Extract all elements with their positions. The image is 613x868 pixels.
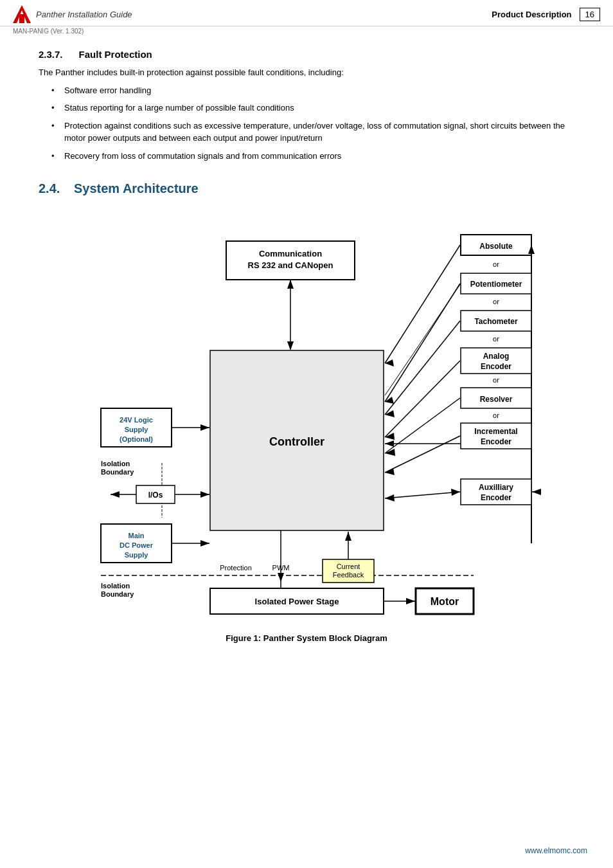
svg-marker-90: [451, 489, 460, 496]
fault-protection-list: Software error handling Status reporting…: [51, 84, 574, 163]
figure-caption: Figure 1: Panther System Block Diagram: [39, 633, 574, 643]
header: Panther Installation Guide Product Descr…: [0, 0, 613, 26]
svg-text:Potentiometer: Potentiometer: [470, 280, 522, 289]
section-237-title: Fault Protection: [79, 49, 152, 60]
svg-marker-14: [200, 424, 209, 431]
svg-text:or: or: [493, 260, 499, 268]
footer-url: www.elmomc.com: [525, 846, 587, 855]
page: Panther Installation Guide Product Descr…: [0, 0, 613, 868]
diagram-svg: Controller Communication RS 232 and CANo…: [62, 209, 551, 620]
list-item: Software error handling: [51, 84, 574, 97]
svg-text:Encoder: Encoder: [481, 362, 511, 371]
svg-text:Main: Main: [128, 532, 144, 539]
svg-text:(Optional): (Optional): [120, 435, 153, 443]
section-24-title: System Architecture: [74, 181, 199, 195]
svg-line-80: [385, 321, 460, 415]
controller-label: Controller: [269, 435, 324, 448]
svg-text:24V Logic: 24V Logic: [120, 416, 153, 424]
version-line: MAN-PANIG (Ver. 1.302): [0, 26, 613, 36]
header-left: Panther Installation Guide: [13, 5, 132, 23]
svg-line-88: [385, 492, 460, 498]
svg-text:Absolute: Absolute: [479, 242, 513, 251]
svg-text:Isolated Power Stage: Isolated Power Stage: [255, 597, 339, 606]
svg-text:Supply: Supply: [125, 426, 149, 433]
system-architecture-diagram: Controller Communication RS 232 and CANo…: [62, 209, 551, 620]
svg-marker-23: [200, 491, 209, 498]
svg-marker-92: [532, 489, 541, 495]
svg-text:DC Power: DC Power: [120, 541, 154, 549]
svg-text:Tachometer: Tachometer: [474, 317, 517, 326]
svg-text:Isolation: Isolation: [101, 582, 130, 590]
svg-line-86: [385, 436, 460, 473]
header-section: Product Description: [492, 10, 571, 19]
svg-marker-29: [200, 540, 209, 547]
logo-icon: [13, 5, 31, 23]
svg-text:Isolation: Isolation: [101, 460, 130, 467]
svg-text:Feedback: Feedback: [333, 571, 364, 579]
svg-text:Boundary: Boundary: [101, 590, 134, 598]
svg-line-78: [385, 245, 460, 363]
page-number: 16: [580, 8, 600, 21]
svg-text:Incremental: Incremental: [474, 427, 517, 436]
communication-label: Communication: [259, 249, 322, 258]
svg-text:Auxilliary: Auxilliary: [479, 483, 513, 492]
svg-text:Encoder: Encoder: [481, 437, 511, 446]
svg-text:or: or: [493, 376, 499, 384]
svg-text:or: or: [493, 335, 499, 343]
svg-marker-34: [278, 573, 284, 582]
content: 2.3.7. Fault Protection The Panther incl…: [0, 36, 613, 669]
svg-text:Current: Current: [337, 563, 360, 570]
svg-text:RS 232 and CANopen: RS 232 and CANopen: [248, 260, 333, 270]
svg-line-59: [385, 284, 460, 402]
svg-text:PWM: PWM: [272, 564, 290, 572]
svg-marker-41: [345, 532, 351, 541]
section-237-intro: The Panther includes built-in protection…: [39, 66, 574, 79]
svg-marker-53: [385, 440, 394, 447]
list-item: Protection against conditions such as ex…: [51, 120, 574, 145]
svg-marker-21: [111, 491, 120, 498]
svg-text:or: or: [493, 411, 499, 419]
section-237-heading: 2.3.7. Fault Protection: [39, 49, 574, 60]
svg-marker-89: [385, 494, 395, 502]
svg-rect-2: [19, 14, 24, 23]
svg-text:Protection: Protection: [220, 564, 252, 572]
section-237-number: 2.3.7.: [39, 49, 63, 60]
svg-text:Resolver: Resolver: [480, 395, 513, 404]
svg-marker-7: [287, 280, 294, 289]
svg-text:I/Os: I/Os: [148, 491, 163, 500]
svg-text:Encoder: Encoder: [481, 493, 511, 502]
list-item: Status reporting for a large number of p…: [51, 102, 574, 114]
section-24-heading: 2.4. System Architecture: [39, 181, 574, 196]
svg-text:Supply: Supply: [125, 551, 149, 559]
svg-marker-48: [406, 598, 415, 604]
svg-marker-81: [385, 410, 395, 417]
svg-text:or: or: [493, 298, 499, 305]
list-item: Recovery from loss of commutation signal…: [51, 150, 574, 163]
svg-text:Motor: Motor: [431, 596, 459, 607]
section-24-number: 2.4.: [39, 181, 60, 195]
svg-text:Boundary: Boundary: [101, 468, 134, 476]
header-title: Panther Installation Guide: [36, 10, 132, 19]
svg-text:Analog: Analog: [483, 352, 510, 361]
svg-marker-8: [287, 341, 294, 350]
